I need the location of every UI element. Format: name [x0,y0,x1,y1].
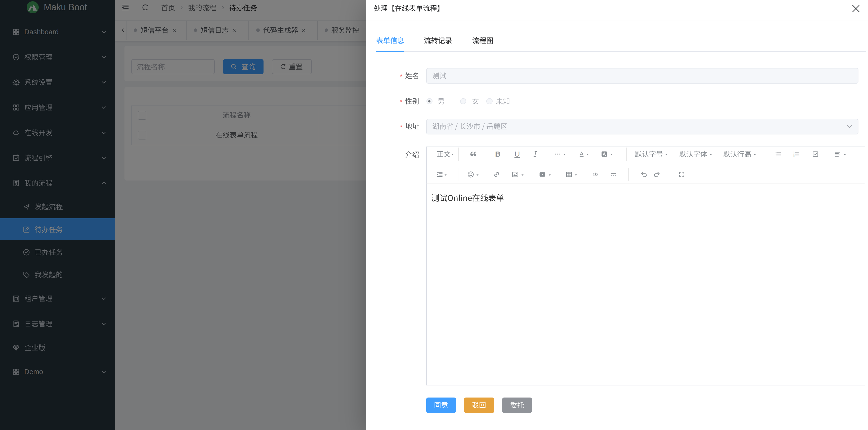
svg-text:3: 3 [794,155,795,157]
